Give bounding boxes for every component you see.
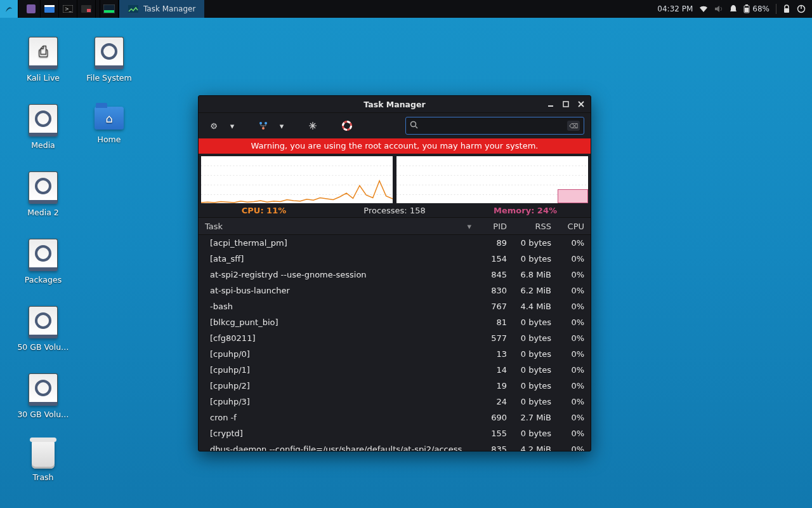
table-row[interactable]: cron -f6902.7 MiB0% xyxy=(199,410,591,425)
desktop-icon-label: Home xyxy=(77,135,141,144)
cell-rss: 0 bytes xyxy=(507,365,551,375)
cell-rss: 0 bytes xyxy=(507,318,551,327)
cell-cpu: 0% xyxy=(551,349,584,359)
titlebar[interactable]: Task Manager xyxy=(199,96,591,113)
power-icon[interactable] xyxy=(797,4,806,13)
memory-graph[interactable] xyxy=(396,156,588,203)
table-row[interactable]: [cfg80211]5770 bytes0% xyxy=(199,330,591,346)
system-tray: 04:32 PM 68% xyxy=(651,4,812,14)
table-row[interactable]: [ata_sff]1540 bytes0% xyxy=(199,251,591,267)
column-rss[interactable]: RSS xyxy=(507,222,551,231)
table-row[interactable]: at-spi-bus-launcher8306.2 MiB0% xyxy=(199,283,591,298)
cell-task: [cpuhp/3] xyxy=(205,397,471,406)
svg-rect-0 xyxy=(27,4,36,13)
desktop-icon[interactable]: ⎙Kali Live xyxy=(11,37,75,83)
toolbar: ⚙ ▾ ▾ ⌫ xyxy=(199,113,591,138)
view-menu-caret[interactable]: ▾ xyxy=(276,117,287,135)
table-row[interactable]: [cryptd]1550 bytes0% xyxy=(199,425,591,441)
window-close-button[interactable] xyxy=(574,98,588,110)
desktop-icon[interactable]: Media xyxy=(11,104,75,150)
taskbar-thumb-taskmanager[interactable] xyxy=(100,0,119,18)
table-row[interactable]: [acpi_thermal_pm]890 bytes0% xyxy=(199,235,591,251)
volume-icon[interactable] xyxy=(714,5,723,13)
process-table-body[interactable]: [acpi_thermal_pm]890 bytes0%[ata_sff]154… xyxy=(199,235,591,451)
panel-launchers: >_ xyxy=(0,0,119,18)
launcher-workspaces[interactable] xyxy=(22,0,41,18)
launcher-terminal[interactable]: >_ xyxy=(59,0,77,18)
svg-rect-17 xyxy=(563,102,568,107)
launcher-files[interactable] xyxy=(41,0,59,18)
taskmanager-window: Task Manager ⚙ ▾ ▾ ⌫ Warning, you are xyxy=(198,95,591,451)
cell-rss: 0 bytes xyxy=(507,238,551,248)
desktop-icon[interactable]: Packages xyxy=(11,239,75,284)
memory-stat: Memory: 24% xyxy=(460,206,591,215)
table-row[interactable]: -bash7674.4 MiB0% xyxy=(199,298,591,314)
cell-task: at-spi-bus-launcher xyxy=(205,286,471,295)
tree-icon xyxy=(258,121,268,131)
desktop-icon-label: File System xyxy=(77,73,141,83)
cell-pid: 89 xyxy=(471,238,507,248)
expand-button[interactable] xyxy=(304,117,322,135)
table-row[interactable]: [cpuhp/3]240 bytes0% xyxy=(199,394,591,410)
cell-task: [ata_sff] xyxy=(205,254,471,264)
desktop-icon[interactable]: ⌂Home xyxy=(77,104,141,144)
cell-rss: 4.4 MiB xyxy=(507,302,551,311)
svg-point-20 xyxy=(262,127,265,130)
table-row[interactable]: [blkcg_punt_bio]810 bytes0% xyxy=(199,314,591,330)
cell-task: [cfg80211] xyxy=(205,333,471,343)
desktop-icon[interactable]: 50 GB Volu… xyxy=(11,306,75,352)
clock[interactable]: 04:32 PM xyxy=(657,4,693,13)
desktop-icon-label: Media xyxy=(11,140,75,150)
desktop-icon[interactable]: Trash xyxy=(11,441,75,482)
cell-cpu: 0% xyxy=(551,333,584,343)
svg-rect-6 xyxy=(87,9,91,12)
search-clear-button[interactable]: ⌫ xyxy=(567,121,580,131)
search-input[interactable] xyxy=(422,117,563,135)
table-row[interactable]: [cpuhp/1]140 bytes0% xyxy=(199,362,591,378)
graphs xyxy=(199,154,591,203)
help-button[interactable] xyxy=(338,117,356,135)
table-header[interactable]: Task ▾ PID RSS CPU xyxy=(199,217,591,235)
cell-cpu: 0% xyxy=(551,397,584,406)
column-task[interactable]: Task ▾ xyxy=(205,222,471,231)
svg-text:>_: >_ xyxy=(65,6,72,12)
process-stat: Processes: 158 xyxy=(329,206,460,215)
desktop-icon[interactable]: Media 2 xyxy=(11,171,75,217)
window-minimize-button[interactable] xyxy=(544,98,558,110)
table-row[interactable]: at-spi2-registryd --use-gnome-session845… xyxy=(199,267,591,283)
desktop-icon[interactable]: File System xyxy=(77,37,141,83)
cell-task: [cpuhp/0] xyxy=(205,349,471,359)
wifi-icon[interactable] xyxy=(699,5,708,13)
table-row[interactable]: [cpuhp/2]190 bytes0% xyxy=(199,378,591,394)
battery-percent: 68% xyxy=(752,4,769,13)
cpu-graph[interactable] xyxy=(201,156,393,203)
search-box[interactable]: ⌫ xyxy=(405,117,584,135)
desktop[interactable]: ⎙Kali LiveFile SystemMedia⌂HomeMedia 2Pa… xyxy=(0,18,812,508)
view-tree-button[interactable] xyxy=(254,117,272,135)
cpu-stat: CPU: 11% xyxy=(199,206,329,215)
cell-task: at-spi2-registryd --use-gnome-session xyxy=(205,270,471,279)
column-pid[interactable]: PID xyxy=(471,222,507,231)
notifications-icon[interactable] xyxy=(730,4,737,13)
svg-rect-13 xyxy=(784,8,789,13)
desktop-icon[interactable]: 30 GB Volu… xyxy=(11,373,75,419)
window-maximize-button[interactable] xyxy=(559,98,573,110)
cell-pid: 845 xyxy=(471,270,507,279)
column-cpu[interactable]: CPU xyxy=(551,222,584,231)
cell-cpu: 0% xyxy=(551,318,584,327)
cell-rss: 2.7 MiB xyxy=(507,413,551,422)
desktop-icon-label: 30 GB Volu… xyxy=(11,410,75,419)
lock-icon[interactable] xyxy=(783,4,790,13)
svg-point-22 xyxy=(343,122,351,130)
start-menu-button[interactable] xyxy=(0,0,18,18)
taskbar-item-taskmanager[interactable]: Task Manager xyxy=(119,0,204,18)
settings-menu-caret[interactable]: ▾ xyxy=(226,117,238,135)
table-row[interactable]: dbus-daemon --config-file=/usr/share/def… xyxy=(199,441,591,451)
memory-fill xyxy=(558,189,588,203)
cell-cpu: 0% xyxy=(551,254,584,264)
launcher-screenshot[interactable] xyxy=(77,0,96,18)
settings-button[interactable]: ⚙ xyxy=(205,117,223,135)
table-row[interactable]: [cpuhp/0]130 bytes0% xyxy=(199,346,591,362)
svg-point-23 xyxy=(411,122,416,127)
battery-icon[interactable]: 68% xyxy=(743,4,769,13)
